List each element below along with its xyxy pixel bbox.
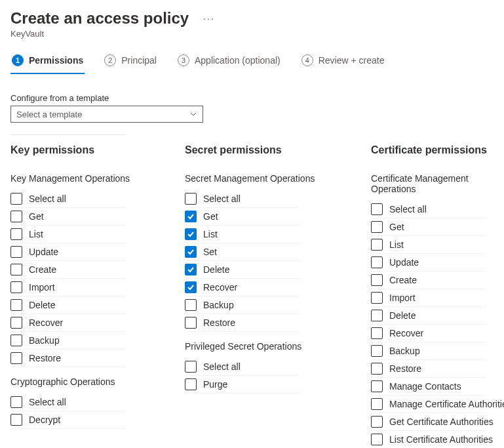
permission-option[interactable]: Backup xyxy=(10,332,126,350)
permission-option[interactable]: Get xyxy=(371,218,486,236)
template-select[interactable]: Select a template xyxy=(10,106,203,123)
option-label: Restore xyxy=(203,317,235,328)
permission-option[interactable]: Create xyxy=(371,272,486,289)
checkbox-checked[interactable] xyxy=(185,246,197,258)
permission-option[interactable]: Update xyxy=(10,243,126,261)
checkbox[interactable] xyxy=(371,398,383,410)
checkbox[interactable] xyxy=(10,193,22,205)
permission-option[interactable]: Get xyxy=(185,208,300,226)
tab-review-create[interactable]: 4Review + create xyxy=(300,51,386,74)
option-label: List xyxy=(203,229,218,239)
checkbox[interactable] xyxy=(10,335,22,346)
permission-option[interactable]: List xyxy=(371,236,486,254)
permission-option[interactable]: Recover xyxy=(10,314,126,332)
permission-option[interactable]: Select all xyxy=(185,358,300,376)
checkbox[interactable] xyxy=(185,378,197,390)
checkbox[interactable] xyxy=(10,228,22,240)
permission-option[interactable]: Set xyxy=(185,243,300,261)
permission-option[interactable]: Decrypt xyxy=(10,411,126,429)
permission-option[interactable]: Manage Contacts xyxy=(371,378,486,396)
tab-label: Application (optional) xyxy=(195,55,281,66)
template-label: Configure from a template xyxy=(10,93,494,103)
checkbox[interactable] xyxy=(371,239,383,251)
permission-option[interactable]: Manage Certificate Authorities xyxy=(371,396,486,413)
permission-option[interactable]: List Certificate Authorities xyxy=(371,431,486,448)
tab-label: Review + create xyxy=(319,55,385,66)
permission-option[interactable]: Select all xyxy=(185,190,300,208)
checkbox[interactable] xyxy=(10,317,22,329)
tab-step-number: 2 xyxy=(104,54,116,66)
permission-option[interactable]: Restore xyxy=(10,350,126,367)
checkbox[interactable] xyxy=(10,264,22,275)
checkbox[interactable] xyxy=(371,416,383,428)
checkbox[interactable] xyxy=(371,203,383,215)
checkbox[interactable] xyxy=(185,299,197,311)
permission-option[interactable]: Backup xyxy=(185,296,300,314)
permission-option[interactable]: Get xyxy=(10,208,126,226)
permission-option[interactable]: Get Certificate Authorities xyxy=(371,413,486,431)
option-label: Get xyxy=(203,211,218,222)
permission-option[interactable]: List xyxy=(185,226,300,243)
checkbox[interactable] xyxy=(371,274,383,286)
option-label: Update xyxy=(389,257,419,268)
permission-option[interactable]: Select all xyxy=(10,394,126,411)
permission-option[interactable]: Import xyxy=(10,279,126,296)
checkbox[interactable] xyxy=(10,396,22,408)
column-title: Certificate permissions xyxy=(371,144,502,156)
separator xyxy=(10,134,126,135)
checkbox-checked[interactable] xyxy=(185,281,197,293)
permission-option[interactable]: Restore xyxy=(371,360,486,378)
option-label: Recover xyxy=(389,328,423,338)
checkbox[interactable] xyxy=(185,317,197,329)
permission-option[interactable]: List xyxy=(10,226,126,243)
checkbox[interactable] xyxy=(371,327,383,339)
option-label: Restore xyxy=(389,363,421,374)
checkbox[interactable] xyxy=(371,380,383,392)
permission-option[interactable]: Delete xyxy=(10,296,126,314)
tab-application-optional-[interactable]: 3Application (optional) xyxy=(176,51,282,74)
checkbox[interactable] xyxy=(185,361,197,373)
checkbox[interactable] xyxy=(371,292,383,304)
checkbox-checked[interactable] xyxy=(185,211,197,222)
option-label: List xyxy=(29,229,43,239)
permission-option[interactable]: Backup xyxy=(371,342,486,360)
checkbox[interactable] xyxy=(185,193,197,205)
checkbox[interactable] xyxy=(371,363,383,375)
wizard-tabs: 1Permissions2Principal3Application (opti… xyxy=(10,51,494,75)
checkbox[interactable] xyxy=(10,352,22,364)
permission-option[interactable]: Import xyxy=(371,289,486,307)
checkbox[interactable] xyxy=(371,345,383,357)
permissions-column: Secret permissionsSecret Management Oper… xyxy=(185,144,371,448)
checkbox[interactable] xyxy=(10,299,22,311)
option-label: Select all xyxy=(389,204,427,214)
more-icon[interactable]: ··· xyxy=(203,13,215,24)
checkbox[interactable] xyxy=(10,414,22,426)
checkbox[interactable] xyxy=(10,246,22,258)
breadcrumb: KeyVault xyxy=(10,29,494,39)
checkbox[interactable] xyxy=(10,281,22,293)
checkbox[interactable] xyxy=(371,221,383,233)
permission-option[interactable]: Delete xyxy=(185,261,300,279)
option-label: List xyxy=(389,239,404,250)
checkbox[interactable] xyxy=(371,256,383,268)
option-label: Get Certificate Authorities xyxy=(389,417,494,427)
checkbox-checked[interactable] xyxy=(185,228,197,240)
option-label: Import xyxy=(29,282,55,293)
checkbox-checked[interactable] xyxy=(185,264,197,275)
permission-option[interactable]: Delete xyxy=(371,307,486,325)
checkbox[interactable] xyxy=(10,211,22,222)
tab-principal[interactable]: 2Principal xyxy=(103,51,158,74)
tab-permissions[interactable]: 1Permissions xyxy=(10,51,85,74)
checkbox[interactable] xyxy=(371,310,383,321)
template-select-placeholder: Select a template xyxy=(16,110,82,119)
checkbox[interactable] xyxy=(371,434,383,445)
permission-option[interactable]: Create xyxy=(10,261,126,279)
permission-option[interactable]: Restore xyxy=(185,314,300,332)
permission-option[interactable]: Recover xyxy=(371,325,486,342)
permission-option[interactable]: Select all xyxy=(10,190,126,208)
permission-option[interactable]: Purge xyxy=(185,376,300,394)
permission-option[interactable]: Update xyxy=(371,254,486,272)
group-title: Secret Management Operations xyxy=(185,173,371,184)
permission-option[interactable]: Select all xyxy=(371,201,486,218)
permission-option[interactable]: Recover xyxy=(185,279,300,296)
